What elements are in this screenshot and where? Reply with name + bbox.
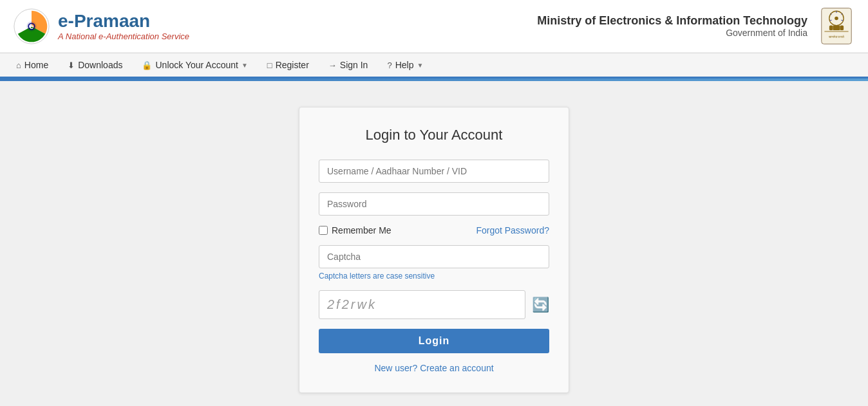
login-button[interactable]: Login <box>319 329 549 353</box>
nav-item-downloads[interactable]: ⬇ Downloads <box>58 53 132 77</box>
svg-rect-8 <box>840 26 844 30</box>
logo-text: e-Pramaan A National e-Authentication Se… <box>58 11 189 41</box>
username-input[interactable] <box>319 160 549 183</box>
navbar: ⌂ Home ⬇ Downloads 🔒 Unlock Your Account… <box>0 53 868 78</box>
main-content: Login to Your Account Remember Me Forgot… <box>0 81 868 406</box>
create-account-link[interactable]: New user? Create an account <box>374 363 493 373</box>
nav-item-help[interactable]: ? Help ▼ <box>377 53 433 77</box>
epramaan-logo-icon: e <box>13 8 50 45</box>
home-icon: ⌂ <box>16 60 21 70</box>
password-input[interactable] <box>319 192 549 216</box>
captcha-input-group: Captcha letters are case sensitive <box>319 245 549 281</box>
nav-link-unlock[interactable]: 🔒 Unlock Your Account ▼ <box>132 53 257 77</box>
create-account-section: New user? Create an account <box>319 363 549 373</box>
captcha-display-row: 2f2rwk 🔄 <box>319 290 549 319</box>
nav-link-downloads[interactable]: ⬇ Downloads <box>58 53 132 77</box>
brand-name: e-Pramaan <box>58 11 189 32</box>
download-icon: ⬇ <box>68 60 75 70</box>
nav-item-unlock[interactable]: 🔒 Unlock Your Account ▼ <box>132 53 257 77</box>
header: e e-Pramaan A National e-Authentication … <box>0 0 868 53</box>
nav-link-signin[interactable]: → Sign In <box>319 53 378 77</box>
remember-me-label[interactable]: Remember Me <box>319 225 392 235</box>
ministry-info: Ministry of Electronics & Information Te… <box>537 14 807 38</box>
svg-rect-16 <box>824 31 848 32</box>
captcha-image: 2f2rwk <box>319 290 525 319</box>
remember-forgot-row: Remember Me Forgot Password? <box>319 225 549 235</box>
svg-rect-7 <box>829 26 833 30</box>
captcha-refresh-button[interactable]: 🔄 <box>532 297 549 313</box>
nav-link-home[interactable]: ⌂ Home <box>6 53 58 77</box>
header-right: Ministry of Electronics & Information Te… <box>537 5 855 47</box>
register-icon: □ <box>267 60 272 70</box>
ministry-title: Ministry of Electronics & Information Te… <box>537 14 807 28</box>
svg-text:e: e <box>30 21 34 30</box>
help-icon: ? <box>387 60 392 70</box>
ashoka-emblem-icon: सत्यमेव जयते <box>818 5 855 47</box>
lock-icon: 🔒 <box>142 60 152 70</box>
forgot-password-link[interactable]: Forgot Password? <box>476 225 549 235</box>
signin-icon: → <box>328 60 337 70</box>
refresh-icon: 🔄 <box>532 297 549 313</box>
logo-section: e e-Pramaan A National e-Authentication … <box>13 8 189 45</box>
help-dropdown-arrow: ▼ <box>417 62 423 69</box>
brand-tagline: A National e-Authentication Service <box>58 32 189 41</box>
ministry-subtitle: Government of India <box>537 28 807 38</box>
login-title: Login to Your Account <box>319 127 549 143</box>
nav-item-register[interactable]: □ Register <box>258 53 319 77</box>
unlock-dropdown-arrow: ▼ <box>241 62 248 69</box>
username-group <box>319 160 549 183</box>
nav-item-home[interactable]: ⌂ Home <box>6 53 58 77</box>
svg-text:सत्यमेव जयते: सत्यमेव जयते <box>828 35 844 39</box>
svg-point-6 <box>835 17 838 21</box>
captcha-input[interactable] <box>319 245 549 268</box>
nav-link-help[interactable]: ? Help ▼ <box>377 53 433 77</box>
nav-item-signin[interactable]: → Sign In <box>319 53 378 77</box>
nav-link-register[interactable]: □ Register <box>258 53 319 77</box>
captcha-note: Captcha letters are case sensitive <box>319 272 549 281</box>
login-card: Login to Your Account Remember Me Forgot… <box>299 107 569 393</box>
svg-rect-9 <box>833 26 840 30</box>
remember-me-checkbox[interactable] <box>319 226 328 235</box>
password-group <box>319 192 549 216</box>
